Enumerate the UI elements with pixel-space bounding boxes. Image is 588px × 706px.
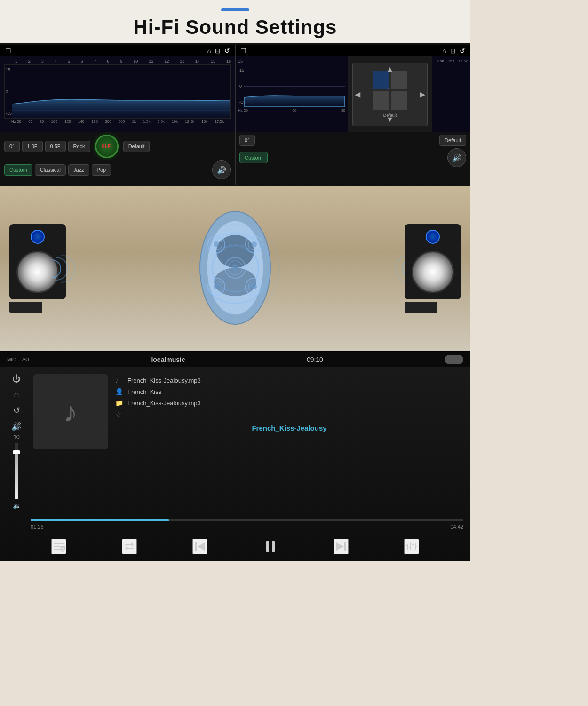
mini-eq-right: 15 15 0 -15 [236,56,348,132]
seat-arrow-right[interactable]: ▶ [420,90,425,99]
artist-icon: 👤 [115,388,124,395]
track-artist: French_Kiss [127,388,161,395]
speaker-toggle-left[interactable]: 🔊 [212,160,231,179]
eq-label-n15: -15 [6,111,12,116]
svg-point-3 [214,268,256,296]
speaker-woofer-right [412,251,454,293]
repeat-icon [123,540,136,553]
svg-point-9 [251,241,257,247]
rst-label: RST [20,357,30,362]
power-icon[interactable]: ⏻ [12,374,21,384]
preset-pop-left[interactable]: Pop [92,164,111,176]
back-icon[interactable]: ↺ [224,47,230,55]
preset-05f-left[interactable]: 0.5F [45,141,66,152]
speaker-tweeter-right [426,230,440,244]
svg-marker-27 [197,542,205,551]
hifi-label: Hi-Fi [102,144,112,149]
accent-bar [221,8,249,11]
play-pause-button[interactable] [263,539,278,554]
preset-custom-right[interactable]: Custom [239,152,268,163]
eq-screen-right: ☐ ⌂ ⊟ ↺ 15 15 0 -15 [235,45,470,185]
seat-selector: ▲ ▼ ◀ ▶ Default [348,56,432,132]
right-freq-labels: Hz 20 60 80 [238,108,345,112]
speaker-tweeter-left [31,230,45,244]
repeat-button[interactable] [122,539,137,554]
player-controls [0,534,470,561]
eq-col-numbers: 12 34 56 78 910 1112 1314 1516 [4,59,231,64]
seat-fl[interactable] [373,71,389,89]
right-screen-content: 15 15 0 -15 [236,56,470,132]
preset-row-1-right: 0° Default [239,135,466,146]
seat-rl[interactable] [373,91,389,110]
car-speaker-section [0,186,470,351]
track-artist-row: 👤 French_Kiss [115,388,463,395]
nav-icon-1[interactable]: ⌂ [207,47,211,55]
home-player-icon[interactable]: ⌂ [14,390,19,400]
seat-arrow-down[interactable]: ▼ [386,115,394,124]
eq-settings-button[interactable] [404,539,419,554]
speaker-toggle-right[interactable]: 🔊 [447,148,466,167]
speaker-body-right [405,224,461,299]
current-time: 01:26 [31,524,44,530]
seat-fr[interactable] [391,71,407,89]
volume-down-icon[interactable]: 🔉 [13,502,21,509]
preset-default-left[interactable]: Default [123,141,150,152]
volume-fill [15,451,18,499]
next-button[interactable] [334,539,349,554]
svg-rect-28 [266,541,269,552]
track-favorite-row: ♡ [115,410,463,418]
battery-icon [445,355,463,364]
preset-rock-left[interactable]: Rock [68,141,90,152]
player-status-left: MIC RST [7,357,30,362]
preset-jazz-left[interactable]: Jazz [68,164,89,176]
seat-grid-container: Default [373,71,407,118]
preset-classical-left[interactable]: Classical [35,164,66,176]
preset-0deg-right[interactable]: 0° [239,135,255,146]
nav-icon-r1[interactable]: ⌂ [443,47,446,55]
mic-label: MIC [7,357,16,362]
back-player-icon[interactable]: ↺ [13,405,20,416]
player-time: 09:10 [307,356,323,363]
nav-icon-2[interactable]: ⊟ [215,47,221,55]
playlist-button[interactable] [51,539,66,554]
back-icon-r[interactable]: ↺ [460,47,465,55]
preset-1f-left[interactable]: 1.0F [22,141,43,152]
page-title: Hi-Fi Sound Settings [0,16,470,39]
svg-marker-31 [336,542,344,551]
volume-slider[interactable] [15,443,18,499]
track-info: ♪ French_Kiss-Jealousy.mp3 👤 French_Kiss… [115,374,463,509]
prev-button[interactable] [192,539,207,554]
eq-curve-svg [12,80,230,118]
music-player-section: MIC RST localmusic 09:10 ⏻ ⌂ ↺ 🔊 10 🔉 ♪ [0,351,470,561]
track-title: French_Kiss-Jealousy.mp3 [127,377,201,384]
status-icons-right-right: ⌂ ⊟ ↺ [443,47,465,55]
app-name: localmusic [151,356,185,363]
player-content: ⏻ ⌂ ↺ 🔊 10 🔉 ♪ ♪ French_Kiss-Jealousy.mp… [0,367,470,516]
progress-bar[interactable] [31,519,463,521]
title-section: Hi-Fi Sound Settings [0,0,470,43]
track-file-row: 📁 French_Kiss-Jealousy.mp3 [115,399,463,407]
nav-icon-r2[interactable]: ⊟ [450,47,456,55]
sound-waves-left [52,255,71,283]
heart-icon[interactable]: ♡ [115,410,124,418]
preset-custom-left[interactable]: Custom [4,164,32,176]
prev-icon [193,540,207,553]
preset-default-right[interactable]: Default [439,135,466,146]
svg-rect-29 [272,541,275,552]
car-svg [179,200,292,336]
eq-label-15: 15 [6,67,10,72]
hifi-button[interactable]: Hi-Fi [95,135,119,158]
seat-arrow-up[interactable]: ▲ [386,65,394,73]
statusbar-right: ☐ ⌂ ⊟ ↺ [236,45,470,56]
eq-icon [405,540,418,553]
music-file-icon: ♪ [115,377,124,384]
preset-0deg-left[interactable]: 0° [4,141,20,152]
volume-up-icon[interactable]: 🔊 [11,421,22,432]
statusbar-left: ☐ ⌂ ⊟ ↺ [0,45,235,56]
seat-arrow-left[interactable]: ◀ [355,90,360,99]
volume-value: 10 [13,434,19,441]
progress-fill [31,519,169,521]
seat-rr[interactable] [391,91,407,110]
volume-control: 🔊 10 🔉 [11,421,22,509]
preset-row-2-left: Custom Classical Jazz Pop 🔊 [4,160,231,179]
